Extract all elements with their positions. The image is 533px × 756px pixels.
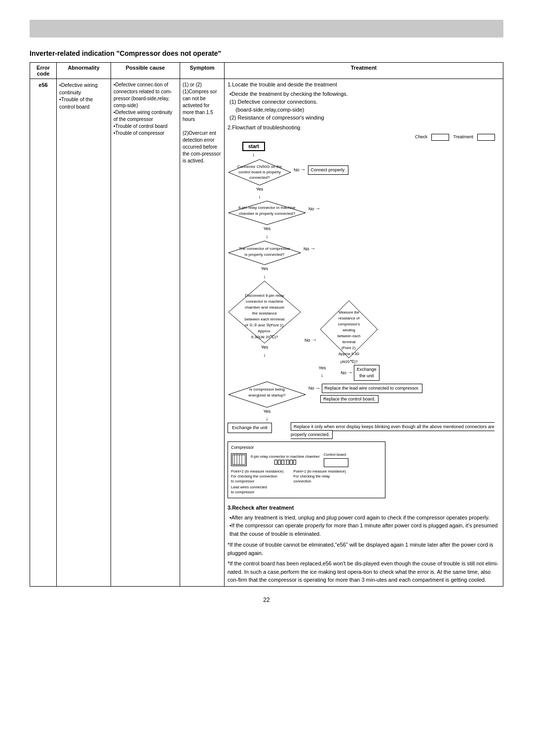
q5-diamond: Is compressor being energized at startup…	[228, 381, 306, 408]
abnormality-cell: •Defective wiring continuity•Trouble of …	[57, 79, 111, 587]
point1-label: Point+1 (to measure resistance) For chec…	[294, 469, 346, 483]
svg-text:of ①,② and ③(Pont 1).: of ①,② and ③(Pont 1).	[245, 323, 285, 327]
arrow-down-6: ↓	[266, 415, 268, 423]
symptom-text: (1) or (2) (1)Compres sor can not be act…	[183, 82, 221, 163]
control-board-label: Control board	[324, 452, 348, 467]
check-label: Check	[415, 134, 428, 140]
exchange-unit2-box: Exchangethe unit	[354, 365, 380, 381]
arrow-down-4: ↓	[263, 273, 266, 280]
svg-text:The connector of compressor: The connector of compressor	[239, 246, 290, 251]
svg-text:compressor's: compressor's	[338, 322, 360, 326]
svg-text:Approx.: Approx.	[258, 329, 271, 333]
error-code-cell: e56	[30, 79, 57, 587]
possible-cause-cell: •Defective connec-tion of connectors rel…	[111, 79, 180, 587]
error-code: e56	[38, 82, 47, 88]
svg-text:resistance of: resistance of	[339, 316, 360, 320]
q3-diamond: The connector of compressor is properly …	[228, 240, 302, 266]
symptom-cell: (1) or (2) (1)Compres sor can not be act…	[180, 79, 225, 587]
arrow-down-2: ↓	[258, 193, 261, 200]
arrow-right-3: →	[310, 245, 316, 253]
svg-text:(Point 2).: (Point 2).	[342, 346, 356, 350]
step3-text: 3.Recheck after treatment	[228, 504, 500, 512]
svg-text:Approx.9.3Ω: Approx.9.3Ω	[339, 352, 359, 356]
sub-diagram-label-compressor: Compressor	[231, 445, 382, 450]
arrow-down-5: ↓	[263, 351, 266, 359]
abnormality-text: •Defective wiring continuity•Trouble of …	[59, 82, 98, 110]
arrow-right-1: →	[301, 166, 306, 174]
header-bar	[30, 20, 503, 38]
note1: *If the couse of trouble cannot be elimi…	[228, 541, 500, 557]
page-number: 22	[30, 597, 503, 603]
page: Inverter-related indication "Compressor …	[0, 0, 533, 756]
q2-diamond: 6-pin relay connector in machine chamber…	[228, 200, 306, 226]
measure-diamond: Measure the resistance of compressor's w…	[319, 300, 379, 359]
svg-text:Connector CN50G on the: Connector CN50G on the	[237, 164, 282, 169]
main-table: Errorcode Abnormality Possible cause Sym…	[30, 62, 503, 587]
svg-text:between each: between each	[338, 334, 361, 338]
th-possible-cause: Possible cause	[111, 63, 180, 79]
treatment-cell: 1.Locate the trouble and deside the trea…	[225, 79, 503, 587]
svg-text:is properly connected?: is properly connected?	[245, 252, 285, 257]
treatment-box	[477, 134, 495, 141]
svg-text:connected?: connected?	[249, 175, 270, 180]
svg-text:terminal: terminal	[343, 340, 356, 344]
note2: *If the control board has been replaced,…	[228, 559, 500, 584]
q4-diamond: Disconnect 6-pin relay connector in mach…	[228, 280, 302, 344]
replace-only-box: Replace it only when error display keeps…	[291, 422, 495, 439]
point2-label: Point+2 (to measure resistance) For chec…	[231, 469, 284, 483]
possible-cause-text: •Defective connec-tion of connectors rel…	[114, 82, 172, 136]
th-abnormality: Abnormality	[57, 63, 111, 79]
treatment-content: 1.Locate the trouble and deside the trea…	[228, 81, 500, 584]
step1-text: 1.Locate the trouble and deside the trea…	[228, 81, 500, 89]
compressor-block	[231, 453, 247, 466]
svg-text:6-pin relay connector in machi: 6-pin relay connector in machine	[238, 205, 296, 210]
relay-connector: 6-pin relay connector in machine chamber	[251, 454, 320, 465]
arrow-down-1: ↓	[252, 151, 255, 159]
svg-text:control board is properly: control board is properly	[238, 170, 281, 174]
svg-text:chamber and measure: chamber and measure	[245, 305, 285, 310]
svg-text:Measure the: Measure the	[339, 310, 359, 315]
check-box	[431, 134, 449, 141]
svg-text:winding: winding	[342, 328, 355, 332]
start-box: start	[242, 142, 265, 151]
step1-sub: •Decide the treatment by checking the fo…	[228, 90, 500, 122]
table-row: e56 •Defective wiring continuity•Trouble…	[30, 79, 503, 587]
svg-text:Disconnect 6-pin relay: Disconnect 6-pin relay	[245, 293, 284, 298]
step2-text: 2.Flowchart of troubleshooting	[228, 124, 500, 132]
th-treatment: Treatment	[225, 63, 503, 79]
lead-wires-label: Lead wires connectedto compressor	[231, 485, 382, 495]
replace-board-box: Replace the control board.	[320, 395, 379, 403]
exchange-unit-box: Exchange the unit	[228, 423, 272, 433]
svg-text:energized at startup?: energized at startup?	[248, 393, 286, 398]
replace-lead-box: Replace the lead wire connected to compr…	[322, 384, 422, 393]
step3-bullets: •After any treatment is tried, unplug an…	[228, 514, 500, 538]
connect-properly-box: Connect properly.	[308, 165, 348, 175]
svg-text:9.3Ω(At 20℃)?: 9.3Ω(At 20℃)?	[251, 335, 278, 339]
arrow-right-2: →	[315, 205, 321, 213]
svg-text:connector in machine: connector in machine	[246, 299, 284, 304]
th-symptom: Symptom	[180, 63, 225, 79]
th-error-code: Errorcode	[30, 63, 57, 79]
arrow-down-3: ↓	[266, 233, 268, 240]
svg-text:Is compressor being: Is compressor being	[249, 387, 285, 392]
treatment-label: Treatment	[453, 134, 473, 140]
q1-diamond: Connector CN50G on the control board is …	[228, 159, 292, 186]
sub-diagram: Compressor	[228, 441, 385, 498]
svg-text:chamber is properly connected?: chamber is properly connected?	[239, 211, 295, 216]
svg-text:between each terminal: between each terminal	[245, 317, 285, 321]
svg-text:the resistance: the resistance	[252, 311, 277, 316]
section-title: Inverter-related indication "Compressor …	[30, 49, 503, 57]
